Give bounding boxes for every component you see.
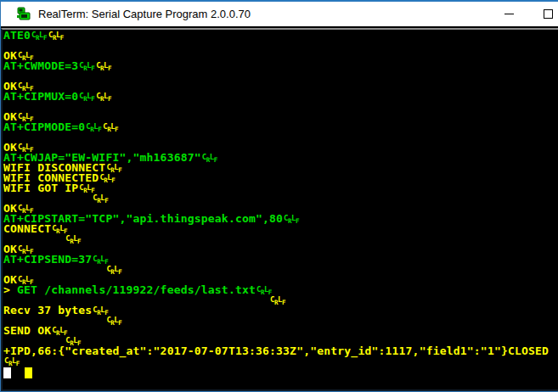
terminal-line: CRLF	[3, 356, 558, 367]
crlf-marker: CRLF	[48, 31, 64, 42]
crlf-marker: CRLF	[79, 92, 94, 104]
cursor-block-yellow	[25, 367, 32, 378]
window-title: RealTerm: Serial Capture Program 2.0.0.7…	[38, 8, 251, 20]
realterm-window: RealTerm: Serial Capture Program 2.0.0.7…	[0, 0, 558, 392]
terminal-line: AT+CIPMUX=0CRLFCRLF	[3, 92, 558, 102]
terminal-line: CRLF	[3, 316, 558, 326]
terminal-line: CRLF	[3, 234, 558, 244]
crlf-marker: CRLF	[65, 234, 81, 246]
crlf-marker: CRLF	[31, 31, 47, 42]
terminal-line: +IPD,66:{"created_at":"2017-07-07T13:36:…	[3, 346, 558, 356]
crlf-marker: CRLF	[270, 295, 285, 307]
terminal-line: AT+CIPSTART="TCP","api.thingspeak.com",8…	[3, 214, 558, 224]
minimize-icon	[504, 14, 514, 14]
tx-text: AT+CWMODE=3	[3, 59, 78, 72]
crlf-marker: CRLF	[106, 265, 121, 277]
crlf-marker: CRLF	[284, 214, 299, 226]
crlf-marker: CRLF	[96, 92, 111, 104]
terminal-line: AT+CWMODE=3CRLFCRLF	[3, 61, 558, 71]
maximize-button[interactable]	[528, 2, 558, 26]
tx-text: ATE0	[3, 29, 31, 42]
title-bar[interactable]: RealTerm: Serial Capture Program 2.0.0.7…	[1, 2, 558, 26]
crlf-marker: CRLF	[99, 173, 115, 185]
crlf-marker: CRLF	[106, 316, 121, 328]
realterm-icon	[17, 7, 31, 21]
crlf-marker: CRLF	[103, 122, 118, 134]
crlf-marker: CRLF	[202, 153, 217, 165]
crlf-marker: CRLF	[93, 193, 108, 205]
terminal-line: SEND OKCRLF	[3, 326, 558, 336]
terminal-line: CONNECTCRLF	[3, 224, 558, 234]
tx-text: AT+CIPMUX=0	[3, 90, 78, 103]
terminal-output[interactable]: ATE0CRLFCRLFOKCRLFAT+CWMODE=3CRLFCRLFOKC…	[1, 28, 558, 391]
crlf-marker: CRLF	[96, 61, 111, 73]
terminal-line	[3, 367, 558, 377]
terminal-line	[3, 41, 558, 51]
cursor-block-white	[3, 367, 11, 378]
tx-text: AT+CIPMODE=0	[3, 120, 85, 133]
terminal-line: WIFI GOT IPCRLF	[3, 183, 558, 193]
crlf-marker: CRLF	[86, 122, 101, 134]
minimize-button[interactable]	[489, 2, 528, 26]
terminal-line: ATE0CRLFCRLF	[3, 31, 558, 41]
maximize-icon	[544, 9, 553, 19]
crlf-marker: CRLF	[79, 61, 94, 73]
rx-text: +IPD,66:{"created_at":"2017-07-07T13:36:…	[3, 344, 549, 357]
terminal-line: CRLF	[3, 265, 558, 275]
terminal-line: AT+CIPMODE=0CRLFCRLF	[3, 122, 558, 132]
